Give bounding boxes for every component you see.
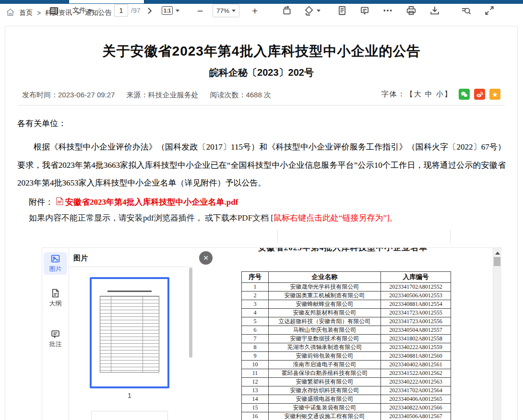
cell-index: 10 (242, 361, 269, 369)
table-row: 10淮南市启迪电子有限公司2023340402A8012561 (242, 361, 451, 369)
file-menu-button[interactable]: 文件 (72, 0, 93, 21)
cell-index: 16 (242, 412, 269, 420)
cell-company-name: 立达超微科技（安徽青阳）有限公司 (269, 317, 381, 326)
font-large-button[interactable]: 大 (414, 90, 422, 98)
outline-document-icon (50, 288, 60, 298)
cell-company-name: 安徽盛琅电器有限公司 (269, 395, 381, 404)
table-row: 16安徽利银交通设施工程有限公司2023340506A8012567 (242, 412, 451, 420)
chevron-down-icon (89, 10, 93, 12)
article-tools: 字体：【大 中 小】 ★ (381, 89, 500, 100)
next-page-button[interactable] (145, 0, 154, 21)
salutation: 各有关单位： (17, 118, 66, 129)
zoom-in-button[interactable]: + (252, 0, 258, 21)
cell-index: 7 (242, 335, 269, 343)
close-button[interactable]: ✕ (199, 251, 213, 265)
page-root: 首页>科技资讯>通知公告 关于安徽省2023年第4批入库科技型中小企业的公告 皖… (0, 0, 523, 420)
cell-index: 4 (242, 309, 269, 317)
article-title: 关于安徽省2023年第4批入库科技型中小企业的公告 (0, 42, 523, 60)
comment-button[interactable] (359, 0, 370, 21)
zoom-level-select[interactable]: 77% (213, 4, 239, 17)
cell-index: 6 (242, 326, 269, 335)
cell-registry-code: 2023341723A0012556 (381, 317, 451, 326)
download-button[interactable] (429, 0, 440, 21)
note-text: 如果内容不能正常显示，请安装pdf浏览器插件， 或下载本PDF文档 [ (29, 213, 273, 222)
download-icon (429, 5, 440, 16)
toolbar-divider (277, 230, 278, 244)
cell-registry-code: 2023341802A8012558 (381, 335, 451, 343)
cell-company-name: 安徽国奥重工机械制造有限公司 (269, 292, 381, 300)
pdf-company-table: 序号 企业名称 入库编号 1安徽晟华光学科技有限公司2023341702A801… (241, 271, 451, 420)
cell-company-name: 安徽蜂献蜂业有限公司 (269, 300, 381, 309)
page-thumbnail-2[interactable] (91, 411, 168, 420)
fit-mode-button[interactable]: 1:1 (162, 0, 179, 21)
home-icon[interactable] (6, 8, 15, 18)
article-doc-number: 皖科企秘〔2023〕202号 (0, 66, 523, 79)
cell-index: 1 (242, 283, 269, 292)
share-weibo-button[interactable] (474, 89, 485, 100)
image-icon (50, 254, 60, 264)
table-row: 8芜湖市久强轴承制造有限公司2023340222A8012559 (242, 343, 451, 352)
save-as-link[interactable]: 鼠标右键点击此处“链接另存为” (273, 213, 387, 222)
rotate-button[interactable] (282, 0, 292, 21)
sidebar-tab-label: 批注 (49, 340, 62, 349)
breadcrumb-item[interactable]: 首页 (19, 9, 33, 17)
share-wechat-button[interactable] (459, 89, 470, 100)
table-row: 6马鞍山华庆包装有限公司2023340504A8012557 (242, 326, 451, 335)
search-button[interactable] (461, 0, 472, 21)
share-favorite-button[interactable]: ★ (489, 89, 500, 100)
viewer-left-border (42, 248, 42, 420)
prev-page-button[interactable] (95, 0, 103, 21)
thumbnail-page-number: 1 (90, 392, 169, 399)
panel-divider (69, 267, 193, 267)
cell-company-name: 安徽利银交通设施工程有限公司 (269, 412, 381, 420)
sidebar-tab-images[interactable]: 图片 (44, 252, 67, 275)
pdf-scrollbar-track[interactable] (493, 248, 501, 420)
cell-registry-code: 2023341702A8012552 (381, 283, 451, 292)
font-medium-button[interactable]: 中 (425, 90, 433, 98)
font-label-close: 】 (444, 90, 452, 98)
zoom-out-button[interactable]: − (197, 0, 203, 21)
font-label: 字体：【 (381, 90, 414, 98)
cell-company-name: 芜湖市久强轴承制造有限公司 (269, 343, 381, 352)
attachment-label: 附件： (29, 197, 53, 208)
zoom-level-value: 77% (216, 7, 229, 14)
cell-index: 2 (242, 292, 269, 300)
cell-registry-code: 2023341522A0012562 (381, 369, 451, 378)
page-number-input[interactable] (114, 4, 128, 17)
panel-scrollbar[interactable] (189, 268, 192, 358)
sidebar-tab-outline[interactable]: 大纲 (44, 287, 67, 309)
cell-registry-code: 2023340504A8012557 (381, 326, 451, 335)
pdf-scrollbar-thumb[interactable] (494, 257, 500, 266)
close-icon: ✕ (203, 254, 209, 262)
text-view-button[interactable] (337, 0, 347, 21)
page-thumbnail-1[interactable] (90, 277, 169, 388)
more-options-button[interactable] (382, 0, 393, 21)
table-row: 9安徽前锦包装有限公司2023340881A8012560 (242, 352, 451, 361)
fullscreen-icon (484, 5, 495, 16)
table-row: 13安徽永存纺织科技有限公司2023341702A0012564 (242, 386, 451, 395)
cell-company-name: 安徽晟华光学科技有限公司 (269, 283, 381, 292)
cell-company-name: 安徽友邦新材料有限公司 (269, 309, 381, 317)
note-suffix: ]。 (387, 213, 398, 222)
cell-registry-code: 2023340506A8012567 (381, 412, 451, 420)
font-small-button[interactable]: 小 (436, 90, 444, 98)
cell-registry-code: 2023340881A8012554 (381, 300, 451, 309)
print-button[interactable] (406, 0, 416, 21)
attachment-link[interactable]: 安徽省2023年第4批入库科技型中小企业名单.pdf (65, 197, 238, 208)
star-icon: ★ (492, 91, 498, 98)
weibo-icon (475, 90, 484, 98)
paint-bucket-icon (304, 5, 314, 16)
cell-index: 11 (242, 369, 269, 378)
cell-index: 12 (242, 378, 269, 386)
sidebar-tab-annotations[interactable]: 批注 (44, 327, 67, 350)
sidebar-toggle-button[interactable] (48, 0, 59, 21)
cell-index: 15 (242, 404, 269, 412)
thumbnail-mini-table (100, 296, 159, 373)
attachment-row: 附件： 安徽省2023年第4批入库科技型中小企业名单.pdf (29, 197, 238, 208)
wechat-icon (460, 90, 468, 98)
fullscreen-button[interactable] (484, 0, 495, 21)
table-row: 11霍邱县保珍白鹅养殖科技有限公司2023341522A0012562 (242, 369, 451, 378)
background-color-button[interactable] (304, 0, 321, 21)
article-meta: 发布时间：2023-06-27 09:27 来源：科技企业服务处 阅读次数：46… (22, 91, 271, 100)
scrollbar-up-arrow[interactable] (495, 252, 500, 255)
